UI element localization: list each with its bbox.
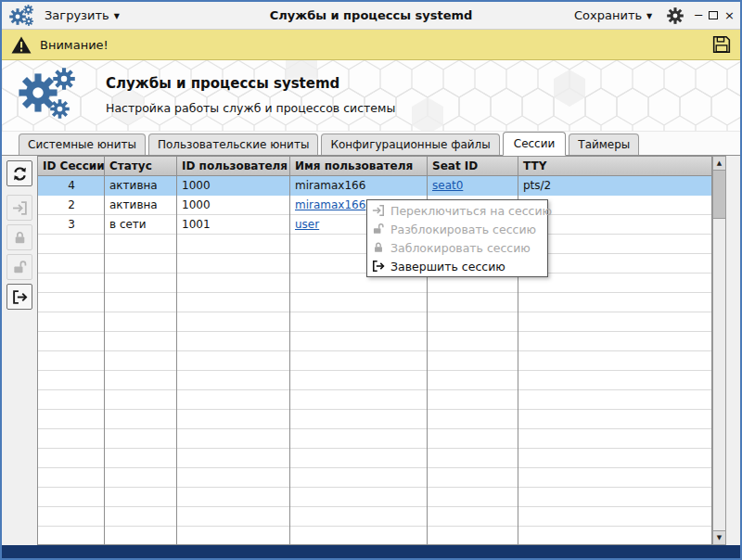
- app-window: Загрузить ▼ Службы и процессы systemd Со…: [0, 0, 742, 560]
- maximize-icon: [709, 11, 718, 19]
- cell-user-name: miramax166: [290, 176, 428, 196]
- switch-session-icon: [12, 200, 28, 216]
- seat-link[interactable]: seat0: [432, 179, 463, 192]
- scroll-thumb[interactable]: [713, 171, 725, 219]
- cell-session-id: 3: [38, 215, 105, 235]
- lock-icon: [372, 241, 385, 254]
- main-area: ID Сессии Статус ID пользователя Имя пол…: [2, 156, 740, 545]
- column-header-user-id[interactable]: ID пользователя: [177, 157, 290, 175]
- tab-system-units[interactable]: Системные юниты: [19, 134, 146, 155]
- titlebar: Загрузить ▼ Службы и процессы systemd Со…: [2, 2, 740, 30]
- unlock-session-button[interactable]: [6, 254, 32, 280]
- column-divider: [176, 176, 177, 544]
- column-header-user-name[interactable]: Имя пользователя: [290, 157, 428, 175]
- lock-session-button[interactable]: [6, 224, 32, 250]
- column-divider: [289, 176, 290, 544]
- refresh-icon: [12, 166, 28, 182]
- cell-session-id: 2: [38, 196, 105, 215]
- scroll-track[interactable]: [713, 219, 725, 530]
- cell-status: активна: [105, 196, 177, 215]
- warning-text: Внимание!: [40, 38, 109, 52]
- table-header: ID Сессии Статус ID пользователя Имя пол…: [38, 156, 711, 176]
- menu-item-lock-session[interactable]: Заблокировать сессию: [367, 238, 547, 257]
- vertical-scrollbar[interactable]: ▲ ▼: [712, 156, 726, 545]
- chevron-down-icon: ▼: [646, 13, 652, 20]
- end-session-icon: [12, 289, 28, 305]
- maximize-button[interactable]: [709, 7, 718, 24]
- cell-session-id: 4: [38, 176, 105, 196]
- tab-sessions[interactable]: Сессии: [503, 132, 567, 156]
- warning-icon: [11, 36, 32, 54]
- save-file-icon[interactable]: [712, 35, 731, 54]
- app-logo: [19, 66, 85, 125]
- save-menu-button[interactable]: Сохранить ▼: [569, 5, 658, 26]
- cell-user-id: 1001: [177, 215, 290, 235]
- user-link[interactable]: user: [295, 218, 319, 231]
- tab-config-files[interactable]: Конфигурационные файлы: [321, 134, 499, 155]
- minimize-button[interactable]: ─: [695, 7, 702, 24]
- switch-session-button[interactable]: [6, 195, 32, 221]
- load-menu-label: Загрузить: [45, 8, 109, 22]
- cell-tty: pts/2: [518, 176, 711, 196]
- app-gears-icon: [9, 3, 39, 29]
- unlock-icon: [372, 223, 385, 235]
- menu-item-label: Завершить сессию: [390, 260, 505, 274]
- header-title: Службы и процессы systemd: [106, 75, 339, 92]
- column-divider: [104, 176, 105, 544]
- menu-item-label: Заблокировать сессию: [390, 241, 531, 255]
- refresh-button[interactable]: [6, 160, 32, 186]
- column-header-status[interactable]: Статус: [105, 157, 177, 175]
- column-header-tty[interactable]: TTY: [518, 157, 711, 175]
- cell-status: в сети: [105, 215, 177, 235]
- close-button[interactable]: ×: [724, 7, 735, 24]
- cell-user-id: 1000: [177, 176, 290, 196]
- app-header: Службы и процессы systemd Настройка рабо…: [2, 60, 740, 132]
- menu-item-unlock-session[interactable]: Разблокировать сессию: [367, 220, 547, 238]
- load-menu-button[interactable]: Загрузить ▼: [39, 5, 125, 26]
- settings-gear-icon[interactable]: [667, 7, 684, 24]
- menu-item-label: Разблокировать сессию: [390, 223, 536, 236]
- column-header-session-id[interactable]: ID Сессии: [38, 157, 105, 175]
- chevron-down-icon: ▼: [114, 13, 120, 20]
- column-header-seat-id[interactable]: Seat ID: [428, 157, 518, 175]
- scroll-up-button[interactable]: ▲: [713, 157, 725, 171]
- lock-icon: [12, 230, 28, 246]
- tab-timers[interactable]: Таймеры: [569, 134, 639, 155]
- status-bar: [2, 545, 740, 558]
- menu-item-end-session[interactable]: Завершить сессию: [367, 257, 547, 275]
- table-row[interactable]: 4 активна 1000 miramax166 seat0 pts/2: [38, 176, 711, 196]
- warning-banner: Внимание!: [2, 30, 740, 60]
- tab-user-units[interactable]: Пользовательские юниты: [148, 134, 318, 155]
- session-toolbar: [2, 156, 37, 545]
- cell-user-id: 1000: [177, 196, 290, 215]
- end-session-button[interactable]: [6, 284, 32, 310]
- tab-bar: Системные юниты Пользовательские юниты К…: [2, 132, 740, 156]
- user-link[interactable]: miramax166: [295, 198, 365, 211]
- header-subtitle: Настройка работы служб и процессов систе…: [106, 101, 395, 115]
- switch-session-icon: [372, 204, 385, 217]
- menu-item-label: Переключиться на сессию: [390, 204, 552, 218]
- session-context-menu: Переключиться на сессию Разблокировать с…: [366, 199, 548, 277]
- end-session-icon: [372, 260, 385, 273]
- save-menu-label: Сохранить: [574, 8, 642, 22]
- hexagon-pattern: [2, 60, 740, 132]
- menu-item-switch-session[interactable]: Переключиться на сессию: [367, 201, 547, 220]
- cell-status: активна: [105, 176, 177, 196]
- unlock-icon: [12, 260, 28, 275]
- scroll-down-button[interactable]: ▼: [713, 530, 725, 544]
